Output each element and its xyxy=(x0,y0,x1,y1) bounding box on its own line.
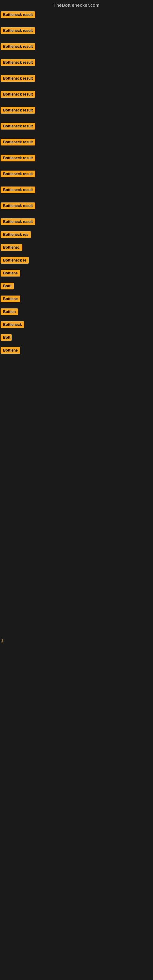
bottleneck-badge: Bottleneck result xyxy=(1,139,35,145)
list-item: Bottlenec xyxy=(1,244,152,252)
list-item: Bottleneck result xyxy=(1,43,152,51)
list-item: Bottl xyxy=(1,283,152,291)
bottleneck-badge: Bottleneck result xyxy=(1,123,35,130)
list-item: Bottleneck result xyxy=(1,186,152,194)
list-item: Bottleneck result xyxy=(1,155,152,162)
list-item: Bottleneck result xyxy=(1,107,152,115)
bottleneck-badge: Bottleneck result xyxy=(1,107,35,114)
list-item: Bottlene xyxy=(1,347,152,355)
bottleneck-badge: Bottleneck result xyxy=(1,43,35,50)
site-header: TheBottlenecker.com xyxy=(0,0,153,11)
list-item: Bott xyxy=(1,334,152,342)
bottleneck-badge: Bottlene xyxy=(1,270,20,277)
bottleneck-badge: Bottleneck re xyxy=(1,257,29,264)
list-item: Bottleneck res xyxy=(1,231,152,239)
list-item: Bottleneck result xyxy=(1,139,152,147)
bottleneck-badge: Bottleneck result xyxy=(1,11,35,18)
list-item: Bottleneck result xyxy=(1,202,152,210)
list-item: Bottleneck result xyxy=(1,11,152,19)
list-item: Bottlen xyxy=(1,309,152,317)
bottleneck-badge: Bottleneck result xyxy=(1,170,35,177)
list-item: Bottleneck re xyxy=(1,257,152,265)
bottleneck-badge: Bottleneck result xyxy=(1,218,35,225)
bottleneck-badge: Bottlene xyxy=(1,347,20,354)
empty-area xyxy=(0,357,153,847)
list-item: Bottlene xyxy=(1,296,152,304)
bottom-label: row xyxy=(1,639,3,643)
bottleneck-badge: Bottleneck result xyxy=(1,91,35,98)
bottleneck-badge: Bottlenec xyxy=(1,244,22,251)
bottleneck-badge: Bottl xyxy=(1,283,14,290)
bottleneck-badge: Bottleneck result xyxy=(1,27,35,34)
bottleneck-badge: Bottleneck xyxy=(1,321,24,328)
list-item: Bottleneck result xyxy=(1,218,152,226)
list-item: Bottleneck xyxy=(1,321,152,329)
bottleneck-badge: Bottleneck result xyxy=(1,59,35,66)
list-item: Bottleneck result xyxy=(1,170,152,178)
list-item: Bottleneck result xyxy=(1,75,152,83)
bottleneck-badge: Bottleneck result xyxy=(1,75,35,82)
bottleneck-badge: Bottlen xyxy=(1,309,18,315)
list-item: Bottlene xyxy=(1,270,152,278)
bottleneck-badge: Bottleneck result xyxy=(1,202,35,209)
list-item: Bottleneck result xyxy=(1,27,152,35)
bottleneck-badge: Bott xyxy=(1,334,12,341)
bottleneck-badge: Bottlene xyxy=(1,296,20,302)
list-item: Bottleneck result xyxy=(1,59,152,67)
bottleneck-badge: Bottleneck result xyxy=(1,155,35,161)
bottleneck-badge: Bottleneck res xyxy=(1,231,31,238)
bottleneck-badge: Bottleneck result xyxy=(1,186,35,193)
list-item: Bottleneck result xyxy=(1,91,152,99)
items-container: Bottleneck result Bottleneck result Bott… xyxy=(0,11,153,355)
list-item: Bottleneck result xyxy=(1,123,152,131)
